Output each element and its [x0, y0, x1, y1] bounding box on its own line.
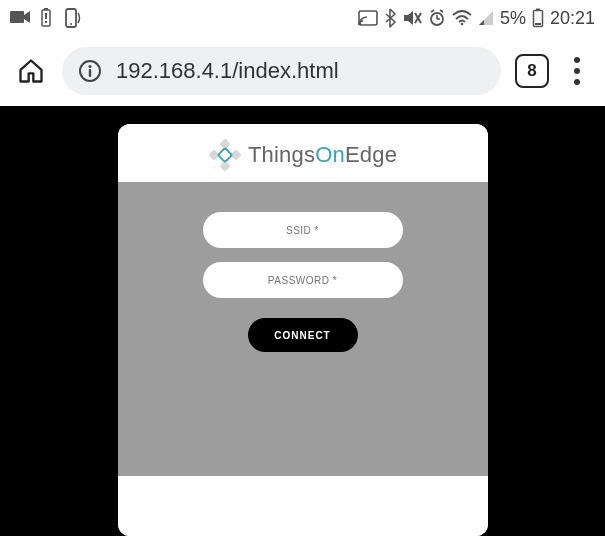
svg-rect-0	[10, 11, 24, 23]
svg-line-15	[431, 10, 434, 12]
phone-vibrate-icon	[60, 7, 82, 29]
signal-icon	[478, 10, 494, 26]
home-button[interactable]	[14, 54, 48, 88]
svg-rect-23	[89, 69, 91, 77]
card-header: ThingsOnEdge	[118, 124, 488, 182]
tab-count: 8	[527, 61, 536, 81]
svg-rect-3	[45, 13, 47, 19]
bluetooth-icon	[384, 8, 396, 28]
menu-button[interactable]	[563, 57, 591, 85]
tab-switcher[interactable]: 8	[515, 54, 549, 88]
svg-rect-4	[45, 21, 47, 23]
card-footer	[118, 476, 488, 536]
camera-icon	[10, 10, 32, 26]
svg-rect-19	[536, 9, 540, 11]
page-viewport: ThingsOnEdge CONNECT	[0, 106, 605, 536]
logo-mark-icon	[208, 138, 242, 172]
svg-rect-20	[535, 23, 541, 25]
svg-point-17	[461, 23, 464, 26]
brand-logo: ThingsOnEdge	[208, 138, 397, 172]
battery-alert-icon	[40, 8, 52, 28]
svg-point-22	[89, 65, 92, 68]
info-icon	[78, 59, 102, 83]
config-card: ThingsOnEdge CONNECT	[118, 124, 488, 536]
status-right: 5% 20:21	[358, 8, 595, 29]
svg-point-9	[359, 23, 362, 26]
wifi-icon	[452, 10, 472, 26]
brand-part2: On	[315, 142, 345, 167]
svg-rect-2	[44, 8, 48, 10]
mute-icon	[402, 9, 422, 27]
password-input[interactable]	[203, 262, 403, 298]
svg-line-16	[440, 10, 443, 12]
connect-button[interactable]: CONNECT	[248, 318, 358, 352]
alarm-icon	[428, 9, 446, 27]
url-text: 192.168.4.1/index.html	[116, 58, 339, 84]
address-bar[interactable]: 192.168.4.1/index.html	[62, 47, 501, 95]
battery-icon	[532, 8, 544, 28]
ssid-input[interactable]	[203, 212, 403, 248]
clock: 20:21	[550, 8, 595, 29]
status-left	[10, 7, 82, 29]
battery-percent: 5%	[500, 8, 526, 29]
browser-bar: 192.168.4.1/index.html 8	[0, 36, 605, 106]
wifi-form: CONNECT	[118, 182, 488, 476]
cast-icon	[358, 10, 378, 26]
brand-part1: Things	[248, 142, 315, 167]
brand-name: ThingsOnEdge	[248, 142, 397, 168]
status-bar: 5% 20:21	[0, 0, 605, 36]
brand-part3: Edge	[345, 142, 397, 167]
svg-rect-28	[218, 148, 232, 162]
svg-point-7	[70, 23, 72, 25]
